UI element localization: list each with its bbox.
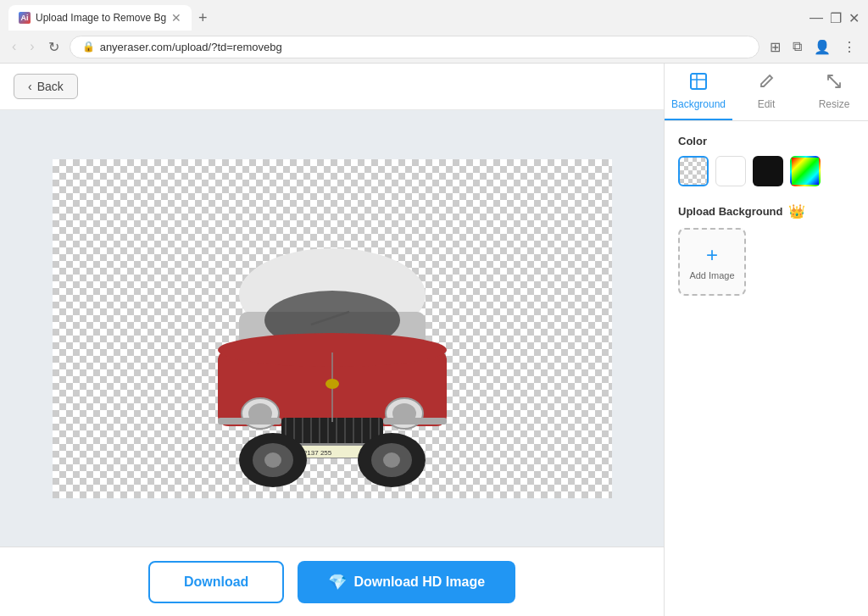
main-panel: ‹ Back — [0, 64, 665, 616]
maximize-button[interactable]: ❐ — [830, 10, 842, 26]
gem-icon: 💎 — [328, 573, 347, 591]
address-bar-row: ‹ › ↻ 🔒 anyeraser.com/upload/?td=removeb… — [0, 31, 868, 63]
refresh-button[interactable]: ↻ — [45, 36, 63, 58]
add-image-button[interactable]: + Add Image — [678, 228, 746, 296]
account-icon[interactable]: 👤 — [810, 36, 834, 58]
svg-point-35 — [326, 379, 339, 389]
lock-icon: 🔒 — [82, 41, 95, 53]
plus-icon: + — [706, 243, 718, 267]
tab-background[interactable]: Background — [665, 64, 732, 120]
color-options — [678, 156, 854, 186]
multi-color-swatch[interactable] — [790, 156, 821, 186]
svg-point-27 — [264, 452, 281, 468]
car-image: P137 255 — [171, 202, 493, 490]
download-hd-label: Download HD Image — [353, 574, 485, 590]
bottom-bar: Download 💎 Download HD Image — [0, 547, 664, 616]
svg-point-30 — [383, 452, 400, 468]
address-bar[interactable]: 🔒 anyeraser.com/upload/?td=removebg — [70, 36, 760, 58]
forward-nav-button[interactable]: › — [26, 36, 37, 58]
tab-resize[interactable]: Resize — [800, 64, 868, 120]
window-controls: — ❐ ✕ — [810, 10, 860, 26]
svg-rect-36 — [691, 74, 706, 89]
right-content: Color Upload Background 👑 + Add Image — [665, 121, 868, 616]
tab-close-icon[interactable]: ✕ — [171, 11, 181, 25]
browser-tab[interactable]: Ai Upload Image to Remove Bg ✕ — [8, 5, 192, 31]
tab-edit[interactable]: Edit — [732, 64, 800, 120]
transparent-swatch[interactable] — [678, 156, 709, 186]
back-chevron-icon: ‹ — [28, 80, 32, 93]
black-swatch[interactable] — [753, 156, 783, 186]
back-label: Back — [37, 80, 64, 93]
white-swatch[interactable] — [715, 156, 746, 186]
download-label: Download — [184, 574, 248, 589]
svg-rect-33 — [218, 418, 281, 425]
edit-tab-icon — [757, 72, 776, 95]
address-actions: ⊞ ⧉ 👤 ⋮ — [766, 36, 860, 58]
tab-title: Upload Image to Remove Bg — [36, 12, 166, 24]
background-tab-icon — [689, 72, 708, 95]
title-bar: Ai Upload Image to Remove Bg ✕ + — ❐ ✕ — [0, 0, 868, 31]
resize-tab-icon — [825, 72, 843, 95]
right-tabs: Background Edit Resize — [665, 64, 868, 121]
right-panel: Background Edit Resize Col — [665, 64, 868, 616]
browser-chrome: Ai Upload Image to Remove Bg ✕ + — ❐ ✕ ‹… — [0, 0, 868, 64]
app-container: ‹ Back — [0, 64, 868, 616]
menu-icon[interactable]: ⋮ — [839, 36, 860, 58]
crown-icon: 👑 — [788, 203, 805, 219]
new-tab-button[interactable]: + — [198, 9, 208, 27]
url-text: anyeraser.com/upload/?td=removebg — [100, 41, 282, 53]
translate-icon[interactable]: ⊞ — [766, 36, 784, 58]
toolbar: ‹ Back — [0, 64, 664, 110]
edit-tab-label: Edit — [758, 98, 776, 110]
minimize-button[interactable]: — — [810, 10, 823, 25]
resize-tab-label: Resize — [819, 98, 850, 110]
tab-favicon: Ai — [19, 12, 31, 24]
back-nav-button[interactable]: ‹ — [8, 36, 19, 58]
canvas-area: P137 255 — [0, 110, 664, 547]
image-canvas: P137 255 — [53, 159, 612, 498]
svg-text:P137 255: P137 255 — [303, 449, 332, 457]
download-button[interactable]: Download — [148, 561, 284, 603]
back-button[interactable]: ‹ Back — [14, 74, 78, 99]
svg-rect-34 — [383, 418, 447, 425]
upload-bg-label: Upload Background — [678, 205, 783, 218]
color-section-label: Color — [678, 135, 854, 147]
add-image-label: Add Image — [689, 270, 734, 280]
split-screen-icon[interactable]: ⧉ — [789, 36, 805, 58]
background-tab-label: Background — [671, 98, 726, 110]
close-button[interactable]: ✕ — [849, 10, 860, 26]
upload-bg-section: Upload Background 👑 — [678, 203, 854, 219]
download-hd-button[interactable]: 💎 Download HD Image — [298, 561, 515, 603]
